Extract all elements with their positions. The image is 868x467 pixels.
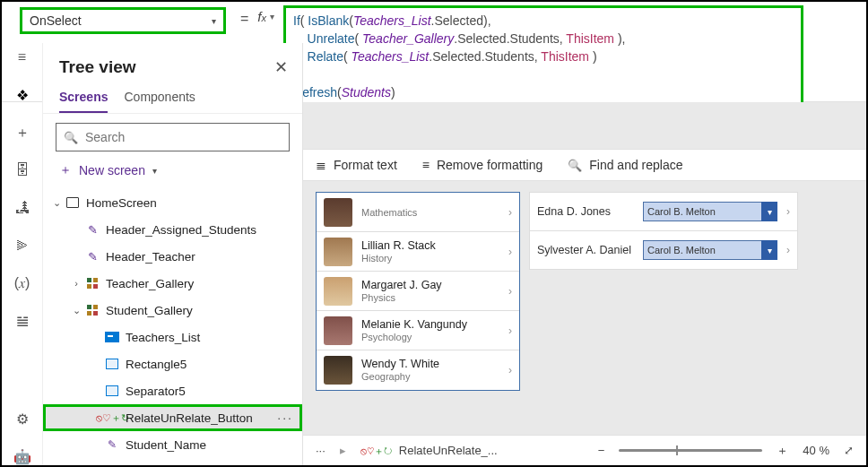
formula-editor[interactable]: If( IsBlank(Teachers_List.Selected), Unr… [283, 5, 803, 108]
tab-screens[interactable]: Screens [59, 84, 108, 113]
more-icon[interactable]: ··· [277, 411, 293, 425]
search-input[interactable] [85, 130, 282, 144]
hamburger-icon[interactable]: ≡ [13, 48, 31, 66]
avatar [324, 356, 352, 385]
search-icon [568, 158, 582, 172]
gallery-icon [84, 302, 100, 318]
chevron-right-icon: › [508, 324, 512, 337]
flows-icon[interactable]: ⫸ [13, 237, 31, 255]
teacher-gallery[interactable]: Mathematics› Lillian R. StackHistory› Ma… [316, 192, 520, 391]
chevron-down-icon: ▾ [761, 202, 777, 221]
tree-node[interactable]: ✎ Header_Teacher [43, 243, 302, 270]
avatar [324, 238, 352, 266]
tree-node-home[interactable]: ⌄ HomeScreen [43, 189, 302, 216]
tree-node[interactable]: ✎ Student_Name [43, 431, 302, 458]
list-item[interactable]: Edna D. Jones Carol B. Melton▾ › [529, 192, 798, 231]
zoom-out-button[interactable]: − [598, 444, 605, 457]
rectangle-icon [104, 383, 120, 399]
tree-node-student-gallery[interactable]: ⌄ Student_Gallery [43, 297, 302, 324]
label-icon: ✎ [104, 437, 120, 453]
data-icon[interactable]: 🗄 [13, 161, 31, 179]
tree-view-icon[interactable]: ❖ [13, 86, 31, 104]
label-icon: ✎ [84, 248, 100, 264]
button-icon: ⦸♡＋↻ [360, 446, 392, 455]
chevron-right-icon: › [508, 206, 512, 219]
settings-icon[interactable]: ⚙ [13, 410, 31, 428]
tree-node[interactable]: Rectangle5 [43, 350, 302, 377]
chevron-right-icon: › [68, 278, 84, 289]
chevron-right-icon: › [508, 364, 512, 376]
chevron-right-icon: ▸ [340, 444, 346, 457]
zoom-in-button[interactable]: ＋ [777, 443, 788, 459]
formula-toolbar: ≣Format text ≡Remove formatting Find and… [303, 149, 866, 181]
tree-node[interactable]: Separator5 [43, 377, 302, 404]
ask-icon[interactable]: 🤖 [13, 447, 31, 465]
tree-scroll[interactable]: ⌄ HomeScreen ✎ Header_Assigned_Students … [43, 187, 302, 465]
combobox-icon [104, 329, 120, 345]
tab-components[interactable]: Components [124, 84, 195, 113]
search-icon [64, 129, 78, 145]
media-icon[interactable]: 🏞 [13, 199, 31, 217]
chevron-down-icon [212, 16, 216, 26]
canvas-area: ≣Format text ≡Remove formatting Find and… [303, 102, 866, 435]
list-item[interactable]: Mathematics› [317, 193, 519, 232]
list-item[interactable]: Sylvester A. Daniel Carol B. Melton▾ › [529, 230, 798, 270]
avatar [324, 316, 352, 345]
find-replace-button[interactable]: Find and replace [568, 158, 682, 172]
zoom-slider[interactable] [619, 449, 762, 452]
avatar [324, 277, 352, 306]
student-gallery[interactable]: Edna D. Jones Carol B. Melton▾ › Sylvest… [529, 192, 798, 269]
chevron-right-icon: › [786, 244, 790, 256]
screen-icon [65, 195, 81, 211]
left-rail: ≡ ❖ ＋ 🗄 🏞 ⫸ (𝑥) 𝌡 ⚙ 🤖 [2, 43, 43, 465]
add-icon: ＋ [59, 162, 72, 178]
remove-format-icon: ≡ [422, 158, 430, 172]
status-bar: ··· ▸ ⦸♡＋↻ RelateUnRelate_... − ＋ 40 % ⤢ [303, 435, 866, 465]
rectangle-icon [104, 356, 120, 372]
variables-icon[interactable]: (𝑥) [13, 274, 31, 292]
tree-title: Tree view [59, 57, 136, 77]
new-screen-button[interactable]: ＋ New screen [43, 157, 302, 187]
breadcrumb[interactable]: ⦸♡＋↻ RelateUnRelate_... [360, 444, 498, 457]
property-value: OnSelect [30, 13, 82, 28]
remove-formatting-button[interactable]: ≡Remove formatting [422, 158, 542, 172]
add-icon[interactable]: ＋ [13, 124, 31, 142]
property-dropdown[interactable]: OnSelect [20, 7, 226, 34]
tree-node[interactable]: Teachers_List [43, 324, 302, 350]
chevron-down-icon: ▾ [761, 240, 777, 260]
chevron-down-icon: ⌄ [48, 197, 65, 209]
more-icon[interactable]: ··· [316, 444, 326, 457]
chevron-down-icon [152, 166, 157, 176]
teacher-select[interactable]: Carol B. Melton▾ [643, 240, 777, 260]
format-text-button[interactable]: ≣Format text [316, 158, 397, 172]
list-item[interactable]: Lillian R. StackHistory› [317, 232, 519, 272]
tree-view-panel: Tree view ✕ Screens Components ＋ New scr… [43, 43, 303, 465]
fullscreen-icon[interactable]: ⤢ [844, 444, 854, 457]
equals-label: = [231, 2, 257, 27]
tree-node-teacher-gallery[interactable]: › Teacher_Gallery [43, 270, 302, 297]
list-item[interactable]: Melanie K. VangundyPsychology› [317, 311, 519, 350]
zoom-value: 40 % [803, 444, 829, 457]
chevron-right-icon: › [786, 205, 790, 218]
tools-icon[interactable]: 𝌡 [13, 312, 31, 330]
chevron-down-icon: ⌄ [68, 305, 84, 316]
list-item[interactable]: Wendy T. WhiteGeography› [317, 350, 519, 390]
list-item[interactable]: Margaret J. GayPhysics› [317, 272, 519, 311]
chevron-right-icon: › [508, 285, 512, 298]
gallery-icon [84, 275, 100, 291]
close-icon[interactable]: ✕ [274, 57, 288, 77]
tree-search[interactable] [56, 123, 290, 151]
chevron-down-icon [270, 12, 274, 22]
tree-node-relate-button[interactable]: ⦸♡＋↻ RelateUnRelate_Button ··· [43, 404, 302, 431]
tree-node[interactable]: ✎ Header_Assigned_Students [43, 216, 302, 243]
format-icon: ≣ [316, 158, 326, 172]
chevron-right-icon: › [508, 246, 512, 258]
tree-tabs: Screens Components [43, 82, 302, 114]
teacher-select[interactable]: Carol B. Melton▾ [643, 202, 777, 221]
button-icon: ⦸♡＋↻ [104, 410, 120, 426]
label-icon: ✎ [84, 221, 100, 238]
fx-label[interactable]: fx [257, 2, 280, 24]
avatar [324, 198, 352, 227]
